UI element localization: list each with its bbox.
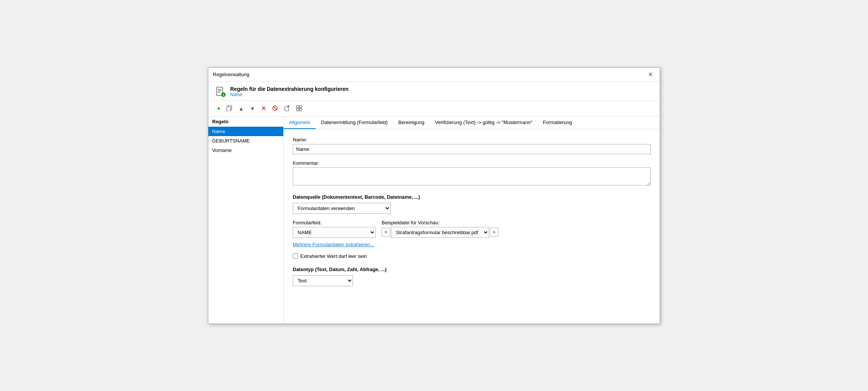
preview-select[interactable]: Strafantragsformular beschreibbar.pdf (391, 227, 489, 238)
svg-rect-15 (300, 109, 302, 111)
tabs: Allgemein Datenermittlung (Formularfeld)… (284, 117, 660, 129)
datasource-section-title: Datenquelle (Dokumententext, Barcode, Da… (293, 194, 651, 200)
tab-content-allgemein: Name: Kommentar: Datenquelle (Dokumenten… (284, 129, 660, 300)
content-area: Allgemein Datenermittlung (Formularfeld)… (284, 117, 660, 324)
preview-prev-button[interactable]: < (382, 228, 390, 237)
move-up-button[interactable]: ▲ (236, 104, 246, 113)
svg-rect-10 (285, 106, 289, 111)
grid-button[interactable] (293, 103, 305, 114)
extract-link-group: Mehrere Formulardaten extrahieren... (293, 242, 651, 247)
document-icon: + (215, 86, 226, 97)
empty-checkbox[interactable] (293, 253, 298, 259)
deactivate-icon (272, 105, 278, 111)
formularfeld-row: Formularfeld: NAME Beispieldatei für Vor… (293, 220, 651, 238)
name-input[interactable] (293, 144, 651, 154)
formularfeld-col: Formularfeld: NAME (293, 220, 376, 238)
header-text: Regeln für die Datenextrahierung konfigu… (230, 86, 348, 97)
comment-field-group: Kommentar: (293, 160, 651, 187)
preview-row: < Strafantragsformular beschreibbar.pdf … (382, 227, 498, 238)
svg-rect-12 (296, 106, 299, 108)
sidebar-header: Regeln (208, 117, 283, 127)
datatype-field-group: Text Datum Zahl Abfrage (293, 275, 651, 286)
deactivate-button[interactable] (269, 103, 281, 114)
tab-allgemein[interactable]: Allgemein (284, 117, 316, 129)
datatype-section-title: Datentyp (Text, Datum, Zahl, Abfrage, ..… (293, 267, 651, 272)
main-window: Regelverwaltung ✕ + Regeln für die Daten… (208, 67, 660, 324)
sidebar-item-name[interactable]: Name (208, 127, 283, 136)
sidebar: Regeln Name GEBURTSNAME Vorname (208, 117, 284, 324)
header-icon: + (214, 86, 226, 98)
empty-checkbox-label: Extrahierter Wert darf leer sein (300, 253, 367, 259)
title-bar: Regelverwaltung ✕ (208, 68, 660, 82)
preview-next-button[interactable]: > (490, 228, 498, 237)
formularfeld-label: Formularfeld: (293, 220, 376, 225)
header-main: + Regeln für die Datenextrahierung konfi… (214, 86, 654, 98)
copy-button[interactable] (224, 103, 235, 114)
svg-rect-2 (218, 90, 222, 91)
window-title: Regelverwaltung (213, 72, 249, 77)
title-bar-left: Regelverwaltung (213, 72, 249, 77)
main-area: Regeln Name GEBURTSNAME Vorname Allgemei… (208, 117, 660, 324)
svg-line-9 (274, 106, 277, 110)
sidebar-item-vorname[interactable]: Vorname (208, 146, 283, 155)
name-label: Name: (293, 137, 651, 143)
svg-rect-7 (227, 107, 231, 111)
tab-verifizierung[interactable]: Verifizierung (Text) -> gültig -> "Muste… (430, 117, 538, 129)
datasource-field-group: Formulardaten verwenden (293, 203, 651, 214)
tab-bereinigung[interactable]: Bereinigung (393, 117, 429, 129)
datasource-select[interactable]: Formulardaten verwenden (293, 203, 391, 214)
toolbar: + ▲ ▼ ✕ (208, 101, 660, 117)
svg-text:+: + (222, 93, 225, 97)
header-subtitle: Name (230, 92, 348, 97)
copy-icon (226, 105, 232, 111)
add-button[interactable]: + (214, 104, 223, 113)
tab-formatierung[interactable]: Formatierung (538, 117, 577, 129)
sidebar-item-geburtsname[interactable]: GEBURTSNAME (208, 136, 283, 146)
svg-rect-3 (218, 92, 220, 93)
empty-checkbox-row: Extrahierter Wert darf leer sein (293, 253, 651, 259)
export-button[interactable] (281, 103, 293, 114)
header-section: + Regeln für die Datenextrahierung konfi… (208, 82, 660, 101)
tab-datenermittlung[interactable]: Datenermittlung (Formularfeld) (316, 117, 393, 129)
svg-rect-13 (300, 106, 302, 108)
formularfeld-select[interactable]: NAME (293, 227, 376, 238)
close-button[interactable]: ✕ (646, 71, 655, 78)
comment-label: Kommentar: (293, 160, 651, 166)
preview-col: Beispieldatei für Vorschau: < Strafantra… (382, 220, 498, 238)
name-field-group: Name: (293, 137, 651, 154)
svg-rect-1 (218, 89, 222, 90)
preview-label: Beispieldatei für Vorschau: (382, 220, 498, 225)
export-icon (284, 105, 290, 111)
header-title: Regeln für die Datenextrahierung konfigu… (230, 86, 348, 92)
extract-link-button[interactable]: Mehrere Formulardaten extrahieren... (293, 242, 374, 247)
grid-icon (296, 105, 302, 111)
datatype-select[interactable]: Text Datum Zahl Abfrage (293, 275, 353, 286)
comment-textarea[interactable] (293, 167, 651, 186)
svg-rect-14 (296, 109, 299, 111)
move-down-button[interactable]: ▼ (247, 104, 258, 113)
delete-button[interactable]: ✕ (258, 104, 269, 113)
